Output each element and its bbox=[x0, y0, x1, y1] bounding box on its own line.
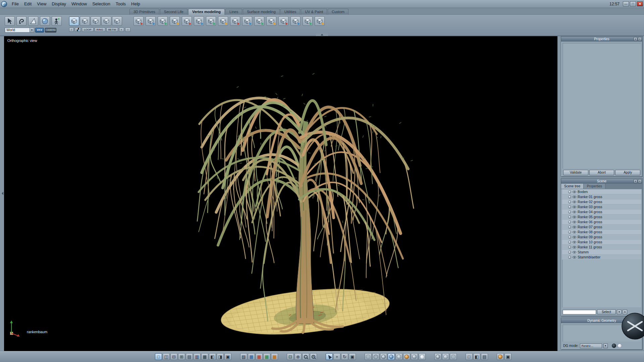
panel-close-icon[interactable]: ✕ bbox=[638, 179, 642, 183]
pattern-toggle-icon[interactable]: ▞ bbox=[75, 27, 81, 32]
lasso-icon[interactable] bbox=[16, 16, 26, 26]
eye-icon[interactable] bbox=[573, 221, 576, 223]
layout-right-split-icon[interactable]: ◨ bbox=[217, 353, 224, 360]
zoom-in-icon[interactable]: + bbox=[310, 353, 317, 360]
visibility-icon[interactable] bbox=[568, 256, 571, 259]
validate-button[interactable]: Validate bbox=[563, 170, 588, 175]
navigation-ball[interactable] bbox=[621, 312, 644, 340]
abort-button[interactable]: Abort bbox=[589, 170, 614, 175]
dg-mode-dropdown[interactable]: Restric... bbox=[580, 344, 602, 348]
scene-tree-row[interactable]: Ranke 07 gross bbox=[562, 225, 641, 230]
zoom-out-icon[interactable]: - bbox=[302, 353, 309, 360]
visibility-icon[interactable] bbox=[568, 221, 571, 224]
vertex-tool-11-icon[interactable] bbox=[254, 16, 264, 26]
visibility-icon[interactable] bbox=[568, 226, 571, 229]
menu-tools[interactable]: Tools bbox=[113, 1, 128, 7]
eye-icon[interactable] bbox=[573, 196, 576, 198]
red-grid-icon[interactable]: ▦ bbox=[256, 353, 263, 360]
scale-manipulator-icon[interactable]: ▣ bbox=[349, 353, 356, 360]
select-flag-icon[interactable] bbox=[326, 353, 333, 360]
maximize-button[interactable]: □ bbox=[630, 1, 636, 6]
frame-selection-icon[interactable]: ⊕ bbox=[294, 353, 302, 360]
material-sphere-icon[interactable] bbox=[411, 353, 418, 360]
loop-button[interactable]: LOOP bbox=[82, 27, 93, 32]
select-point-mode-icon[interactable] bbox=[101, 16, 111, 26]
layout-three-b-icon[interactable]: ▥ bbox=[194, 353, 201, 360]
plane-display-icon[interactable]: ◧ bbox=[473, 353, 480, 360]
vertex-tool-16-icon[interactable] bbox=[315, 16, 325, 26]
vertex-tool-14-icon[interactable] bbox=[290, 16, 301, 26]
layout-full-icon[interactable]: ▣ bbox=[224, 353, 231, 360]
tab-lines[interactable]: Lines bbox=[225, 9, 242, 15]
vertex-tool-04-icon[interactable] bbox=[170, 16, 180, 26]
scene-tree-row[interactable]: Boden bbox=[562, 189, 641, 194]
tab-uv-paint[interactable]: UV & Paint bbox=[301, 9, 327, 15]
avatar-icon[interactable] bbox=[52, 16, 62, 26]
slash-toggle-icon[interactable]: / bbox=[69, 27, 74, 32]
layout-two-columns-icon[interactable]: ◫ bbox=[163, 353, 170, 360]
select-object-mode-icon[interactable] bbox=[69, 16, 79, 26]
vertex-tool-09-icon[interactable] bbox=[230, 16, 240, 26]
visibility-icon[interactable] bbox=[568, 251, 571, 254]
tab-utilities[interactable]: Utilities bbox=[280, 9, 300, 15]
filter-dropdown-icon[interactable]: ▾ bbox=[617, 310, 622, 314]
stack-display-icon[interactable]: ▤ bbox=[481, 353, 488, 360]
visibility-icon[interactable] bbox=[568, 190, 571, 193]
visibility-icon[interactable] bbox=[568, 231, 571, 234]
frame-all-icon[interactable]: ⊡ bbox=[287, 353, 294, 360]
vertex-tool-10-icon[interactable] bbox=[242, 16, 252, 26]
scene-tree-row[interactable]: Ranke 01 gross bbox=[562, 194, 641, 199]
scene-tree-row[interactable]: Ranke 05 gross bbox=[562, 215, 641, 220]
visibility-icon[interactable] bbox=[568, 246, 571, 249]
dark-sphere-icon[interactable] bbox=[612, 344, 616, 348]
eye-icon[interactable] bbox=[573, 251, 576, 253]
select-face-mode-icon[interactable] bbox=[80, 16, 90, 26]
viewport-collapse-handle-top[interactable] bbox=[316, 34, 328, 36]
vertex-tool-08-icon[interactable] bbox=[218, 16, 228, 26]
ring-button[interactable]: RING bbox=[95, 27, 105, 32]
vertex-tool-01-icon[interactable] bbox=[133, 16, 144, 26]
panel-collapse-icon[interactable]: ▾ bbox=[634, 37, 637, 41]
scene-tree-row[interactable]: Ranke 11 gross bbox=[562, 245, 641, 250]
shaded-wire-sphere-icon[interactable] bbox=[388, 353, 395, 360]
viewport-canvas[interactable]: Orthographic view rankenbaum bbox=[4, 36, 557, 351]
menu-display[interactable]: Display bbox=[49, 1, 69, 7]
circle-toggle-icon[interactable]: ○ bbox=[125, 27, 131, 32]
green-grid-icon[interactable]: ▦ bbox=[263, 353, 270, 360]
eye-icon[interactable] bbox=[573, 211, 576, 213]
flat-shade-sphere-icon[interactable] bbox=[372, 353, 379, 360]
translate-manipulator-icon[interactable]: + bbox=[333, 353, 340, 360]
layout-three-c-icon[interactable]: ▦ bbox=[201, 353, 208, 360]
visibility-icon[interactable] bbox=[568, 236, 571, 239]
render-icon[interactable] bbox=[497, 353, 504, 360]
eye-icon[interactable] bbox=[573, 216, 576, 218]
xyz-button[interactable]: XYZ bbox=[35, 28, 44, 33]
bbox-display-icon[interactable]: □ bbox=[466, 353, 473, 360]
scene-tree-row[interactable]: Stammblaetter bbox=[562, 255, 641, 260]
scene-tree-row[interactable]: Ranke 02 gross bbox=[562, 199, 641, 204]
menu-window[interactable]: Window bbox=[69, 1, 90, 7]
scene-tree-row[interactable]: Ranke 10 gross bbox=[562, 240, 641, 245]
select-auto-mode-icon[interactable] bbox=[112, 16, 122, 26]
reflect-sphere-icon[interactable] bbox=[450, 353, 457, 360]
vertex-tool-13-icon[interactable] bbox=[278, 16, 288, 26]
wireframe-sphere-icon[interactable] bbox=[365, 353, 372, 360]
textured-sphere-icon[interactable] bbox=[403, 353, 410, 360]
layout-quad-icon[interactable]: ⊞ bbox=[178, 353, 185, 360]
scene-tree-row[interactable]: Ranke 09 gross bbox=[562, 235, 641, 240]
panel-close-icon[interactable]: ✕ bbox=[638, 37, 642, 41]
tab-vertex-modeling[interactable]: Vertex modeling bbox=[188, 9, 225, 15]
vertex-tool-05-icon[interactable] bbox=[182, 16, 192, 26]
scene-panel-titlebar[interactable]: Scene ▾ ✕ bbox=[561, 179, 642, 184]
menu-selection[interactable]: Selection bbox=[90, 1, 113, 7]
eye-icon[interactable] bbox=[573, 231, 576, 233]
vertex-tool-06-icon[interactable] bbox=[194, 16, 204, 26]
scene-tree-row[interactable]: Ranke 03 gross bbox=[562, 204, 641, 209]
select-edge-mode-icon[interactable] bbox=[91, 16, 101, 26]
scene-tree-row[interactable]: Ranke 08 gross bbox=[562, 230, 641, 235]
world-selector[interactable]: World ▾ bbox=[5, 27, 34, 33]
eye-icon[interactable] bbox=[573, 236, 576, 238]
visibility-icon[interactable] bbox=[568, 200, 571, 203]
scene-tree-row[interactable]: Ranke 04 gross bbox=[562, 209, 641, 215]
eye-icon[interactable] bbox=[573, 241, 576, 243]
